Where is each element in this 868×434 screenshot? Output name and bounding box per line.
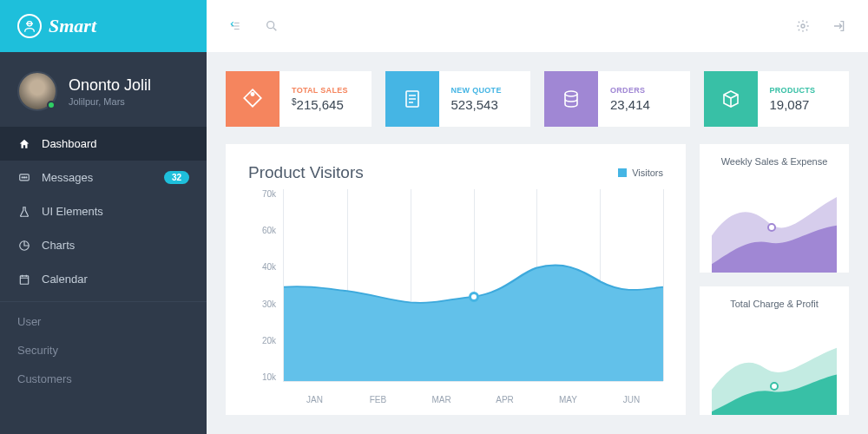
svg-point-3: [23, 176, 24, 177]
svg-point-4: [26, 176, 27, 177]
sidebar-item-messages[interactable]: Messages 32: [0, 161, 207, 194]
chart-marker: [767, 223, 776, 232]
messages-badge: 32: [164, 171, 189, 184]
chart-legend: Visitors: [618, 168, 663, 178]
sidebar-item-label: Calendar: [42, 273, 88, 286]
menu-toggle-button[interactable]: [226, 16, 245, 36]
sidebar: Smart Ononto Jolil Jolilpur, Mars Dashbo…: [0, 0, 207, 434]
chart-marker: [770, 382, 779, 391]
database-icon: [544, 71, 598, 127]
main-nav: Dashboard Messages 32 UI Elements Charts…: [0, 127, 207, 393]
x-axis-labels: JANFEBMARAPRMAYJUN: [283, 395, 663, 404]
sidebar-item-security[interactable]: Security: [0, 336, 207, 365]
stats-row: TOTAL SALES$215,645 NEW QUOTE523,543 ORD…: [226, 71, 849, 127]
cube-icon: [704, 71, 758, 127]
topbar: [207, 0, 868, 52]
brand-icon: [17, 14, 42, 38]
document-icon: [385, 71, 439, 127]
svg-point-2: [22, 176, 23, 177]
sidebar-item-ui-elements[interactable]: UI Elements: [0, 194, 207, 228]
status-online-icon: [47, 101, 56, 109]
pie-icon: [17, 240, 31, 252]
stat-new-quote[interactable]: NEW QUOTE523,543: [385, 71, 531, 127]
sidebar-item-label: Charts: [42, 239, 75, 252]
sidebar-item-label: Dashboard: [42, 137, 97, 150]
svg-point-9: [251, 93, 253, 95]
sidebar-item-label: Messages: [42, 171, 93, 184]
svg-rect-6: [20, 275, 28, 283]
user-location: Jolilpur, Mars: [69, 96, 151, 107]
brand-name: Smart: [49, 15, 96, 37]
brand-bar: Smart: [0, 0, 207, 52]
y-axis-labels: 70k60k40k30k20k10k: [248, 189, 276, 382]
message-icon: [17, 172, 31, 184]
user-profile[interactable]: Ononto Jolil Jolilpur, Mars: [0, 52, 207, 127]
sidebar-item-calendar[interactable]: Calendar: [0, 262, 207, 296]
divider: [0, 301, 207, 302]
chart-plot: [283, 189, 663, 382]
chart-title: Product Visitors: [248, 163, 364, 182]
svg-point-7: [267, 22, 274, 29]
stat-orders[interactable]: ORDERS23,414: [544, 71, 690, 127]
chart-marker: [469, 292, 479, 302]
sidebar-item-label: UI Elements: [42, 205, 103, 218]
flask-icon: [17, 206, 31, 218]
svg-point-8: [801, 24, 805, 28]
stat-total-sales[interactable]: TOTAL SALES$215,645: [226, 71, 372, 127]
user-name: Ononto Jolil: [69, 76, 151, 95]
logout-button[interactable]: [830, 16, 849, 36]
home-icon: [17, 138, 31, 150]
sidebar-item-customers[interactable]: Customers: [0, 365, 207, 393]
sidebar-item-user[interactable]: User: [0, 307, 207, 336]
sidebar-item-charts[interactable]: Charts: [0, 228, 207, 262]
weekly-sales-expense-chart[interactable]: Weekly Sales & Expense: [700, 144, 849, 273]
calendar-icon: [17, 273, 31, 286]
search-button[interactable]: [262, 16, 281, 36]
svg-point-11: [565, 91, 577, 96]
tag-icon: [226, 71, 279, 127]
stat-products[interactable]: PRODUCTS19,087: [704, 71, 850, 127]
product-visitors-chart: Product Visitors Visitors 70k60k40k30k20…: [226, 144, 686, 415]
total-charge-profit-chart[interactable]: Total Charge & Profit: [700, 286, 849, 415]
sidebar-item-dashboard[interactable]: Dashboard: [0, 127, 207, 161]
settings-button[interactable]: [793, 16, 812, 36]
